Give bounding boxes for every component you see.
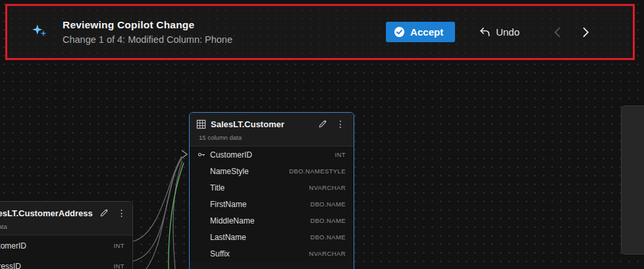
undo-icon (479, 26, 491, 38)
column-type: NVARCHAR (309, 250, 346, 257)
diagram-viewport: Reviewing Copilot Change Change 1 of 4: … (0, 0, 644, 269)
column-name: MiddleName (210, 216, 254, 225)
more-options-icon[interactable]: ⋮ (115, 208, 128, 218)
column-row[interactable]: CustomerIDINT (0, 235, 132, 256)
column-count-label: 15 column data (190, 134, 354, 146)
column-row[interactable]: NameStyleDBO.NAMESTYLE (190, 163, 354, 179)
column-type: DBO.NAME (310, 200, 346, 208)
column-row[interactable]: MiddleNameDBO.NAME (190, 212, 354, 229)
column-row[interactable]: FirstNameDBO.NAME (190, 196, 354, 212)
copilot-review-banner: Reviewing Copilot Change Change 1 of 4: … (5, 4, 635, 60)
column-name: Title (210, 183, 225, 193)
column-name: Suffix (210, 249, 230, 258)
previous-change-button[interactable] (551, 26, 563, 39)
edit-table-button[interactable] (316, 119, 329, 129)
column-row[interactable]: SuffixNVARCHAR (190, 245, 354, 262)
undo-button[interactable]: Undo (475, 26, 523, 39)
table-title: SalesLT.CustomerAddress (0, 208, 93, 218)
edit-table-button[interactable] (97, 208, 111, 218)
column-list: CustomerIDINTNameStyleDBO.NAMESTYLETitle… (190, 146, 354, 262)
column-type: DBO.NAME (310, 217, 346, 224)
column-name: CustomerID (210, 150, 252, 160)
column-type: INT (335, 151, 346, 158)
table-node-header[interactable]: SalesLT.Customer ⋮ (190, 113, 354, 134)
table-title: SalesLT.Customer (211, 119, 311, 129)
table-node-header[interactable]: SalesLT.CustomerAddress ⋮ (0, 202, 132, 223)
column-row[interactable]: AddressIDINT (0, 256, 132, 269)
column-count-label: column data (0, 223, 132, 235)
column-row[interactable]: TitleNVARCHAR (190, 179, 354, 196)
column-name: NameStyle (210, 167, 249, 176)
banner-title: Reviewing Copilot Change (63, 19, 386, 31)
column-type: DBO.NAME (310, 233, 346, 241)
change-navigation (551, 26, 592, 39)
accept-button[interactable]: Accept (386, 22, 455, 42)
undo-label: Undo (496, 26, 520, 38)
column-row[interactable]: LastNameDBO.NAME (190, 229, 354, 245)
table-node-partial-right[interactable] (621, 105, 644, 254)
column-type: INT (113, 242, 124, 249)
table-node-customer-address[interactable]: SalesLT.CustomerAddress ⋮ column data Cu… (0, 201, 133, 269)
column-name: LastName (210, 233, 246, 242)
column-list: CustomerIDINTAddressIDINT (0, 235, 132, 269)
column-row[interactable]: CustomerIDINT (190, 146, 354, 163)
column-name: CustomerID (0, 241, 26, 251)
column-type: DBO.NAMESTYLE (289, 167, 346, 175)
copilot-sparkle-icon (31, 22, 48, 42)
column-type: INT (113, 262, 124, 269)
table-node-customer[interactable]: SalesLT.Customer ⋮ 15 column data Custom… (189, 112, 354, 269)
column-name: AddressID (0, 262, 21, 269)
column-name: FirstName (210, 200, 246, 209)
accept-label: Accept (410, 26, 443, 38)
next-change-button[interactable] (580, 26, 592, 39)
table-icon (196, 119, 206, 129)
banner-subtitle: Change 1 of 4: Modified Column: Phone (63, 34, 386, 45)
banner-text: Reviewing Copilot Change Change 1 of 4: … (63, 19, 386, 45)
primary-key-icon (198, 150, 210, 159)
column-type: NVARCHAR (309, 184, 346, 191)
more-options-icon[interactable]: ⋮ (334, 119, 347, 129)
accept-check-icon (394, 26, 405, 38)
